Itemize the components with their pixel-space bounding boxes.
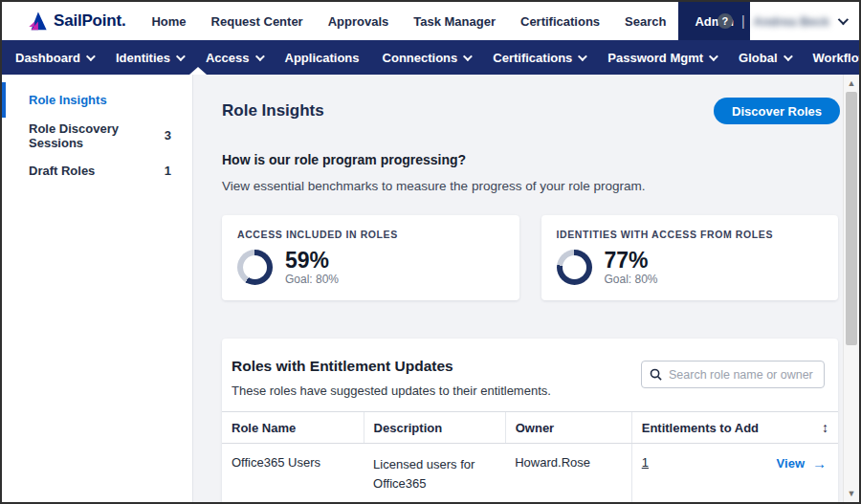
metric-label: ACCESS INCLUDED IN ROLES (237, 229, 504, 240)
adminnav-label: Access (206, 51, 250, 65)
topnav-approvals[interactable]: Approvals (316, 2, 402, 40)
column-description[interactable]: Description (364, 412, 505, 444)
cell-entitlements: 1 View → (631, 444, 838, 504)
roles-search-box[interactable] (641, 361, 825, 388)
sidebar-item-draft-roles[interactable]: Draft Roles 1 (2, 153, 192, 188)
cell-owner: Howard.Rose (505, 444, 631, 504)
sidebar-item-label: Role Insights (29, 93, 107, 107)
topnav-task-manager[interactable]: Task Manager (401, 2, 508, 40)
topbar-right-controls: ? | Andrea Beck (718, 2, 846, 40)
adminnav-password-mgmt[interactable]: Password Mgmt (596, 40, 727, 75)
topnav-home[interactable]: Home (139, 2, 198, 40)
metric-value: 59% (285, 249, 339, 272)
divider: | (741, 13, 745, 29)
roles-table-card: Roles with Entitlement Updates These rol… (222, 339, 838, 504)
adminnav-label: Dashboard (15, 51, 80, 65)
metric-row: 59% Goal: 80% (237, 249, 504, 286)
chevron-down-icon (709, 52, 718, 61)
section-description: View essential benchmarks to measure the… (222, 179, 840, 193)
adminnav-label: Global (739, 51, 777, 65)
cell-role-name: Office365 Users (222, 444, 364, 504)
sort-icon[interactable]: ↕ (822, 420, 830, 435)
metric-card-identities-with-access: IDENTITIES WITH ACCESS FROM ROLES 77% Go… (541, 215, 839, 300)
adminnav-label: Certifications (493, 51, 572, 65)
page-header: Role Insights Discover Roles (222, 98, 840, 124)
sailpoint-logo[interactable]: SailPoint. (2, 2, 139, 40)
user-name: Andrea Beck (754, 14, 829, 29)
adminnav-label: Connections (383, 51, 458, 65)
sidebar-item-label: Draft Roles (29, 164, 95, 178)
chevron-down-icon (578, 52, 587, 61)
adminnav-label: Workflows (813, 51, 861, 65)
sidebar-item-count: 3 (165, 128, 171, 142)
adminnav-applications[interactable]: Applications (274, 40, 371, 75)
view-label: View (777, 456, 805, 471)
chevron-down-icon (783, 52, 792, 61)
adminnav-identities[interactable]: Identities (104, 40, 194, 75)
metric-text: 59% Goal: 80% (285, 249, 339, 286)
adminnav-workflows[interactable]: Workflows (802, 40, 861, 75)
main-content: Role Insights Discover Roles How is our … (193, 75, 859, 504)
chevron-down-icon (176, 52, 186, 61)
brand-name: SailPoint. (54, 11, 125, 31)
sidebar: Role Insights Role Discovery Sessions 3 … (2, 75, 193, 504)
arrow-right-icon: → (812, 455, 827, 471)
column-entitlements-to-add[interactable]: Entitlements to Add ↕ (631, 412, 838, 444)
metric-value: 77% (605, 249, 658, 272)
scrollbar-thumb[interactable] (846, 92, 857, 345)
topnav-request-center[interactable]: Request Center (199, 2, 316, 40)
search-input[interactable] (669, 368, 816, 382)
active-tab-notch (189, 67, 207, 75)
topnav-certifications[interactable]: Certifications (508, 2, 612, 40)
topnav-search[interactable]: Search (612, 2, 678, 40)
chevron-down-icon (463, 52, 473, 61)
adminnav-label: Applications (285, 51, 360, 65)
search-icon (650, 368, 662, 381)
table-row[interactable]: Office365 Users Licensed users for Offic… (222, 444, 838, 504)
column-role-name[interactable]: Role Name (222, 412, 364, 444)
metric-row: 77% Goal: 80% (557, 249, 824, 286)
column-label: Entitlements to Add (642, 421, 759, 435)
page-body: Role Insights Role Discovery Sessions 3 … (2, 75, 859, 504)
sidebar-item-role-discovery-sessions[interactable]: Role Discovery Sessions 3 (2, 118, 192, 153)
metric-text: 77% Goal: 80% (605, 249, 658, 286)
top-bar: SailPoint. Home Request Center Approvals… (2, 2, 859, 40)
metric-label: IDENTITIES WITH ACCESS FROM ROLES (557, 229, 824, 240)
page-title: Role Insights (222, 101, 324, 121)
metric-cards: ACCESS INCLUDED IN ROLES 59% Goal: 80% I… (222, 215, 840, 300)
section-heading: How is our role program progressing? (222, 152, 840, 167)
adminnav-certifications[interactable]: Certifications (481, 40, 596, 75)
cell-description: Licensed users for Office365 (364, 444, 505, 504)
sidebar-item-label: Role Discovery Sessions (29, 121, 165, 150)
roles-table: Role Name Description Owner Entitlements… (222, 411, 838, 503)
vertical-scrollbar[interactable]: ▲ ▼ (843, 75, 859, 502)
donut-chart (237, 250, 273, 285)
admin-navigation: Dashboard Identities Access Applications… (2, 40, 859, 75)
adminnav-label: Identities (116, 51, 170, 65)
adminnav-label: Password Mgmt (607, 51, 703, 65)
chevron-down-icon (86, 52, 96, 61)
roles-table-header: Roles with Entitlement Updates These rol… (222, 339, 838, 411)
adminnav-global[interactable]: Global (727, 40, 801, 75)
top-navigation: Home Request Center Approvals Task Manag… (139, 2, 749, 40)
discover-roles-button[interactable]: Discover Roles (714, 98, 840, 124)
chevron-down-icon (254, 52, 264, 61)
chevron-down-icon[interactable] (838, 14, 849, 25)
app-window: SailPoint. Home Request Center Approvals… (0, 0, 861, 504)
adminnav-dashboard[interactable]: Dashboard (4, 40, 104, 75)
adminnav-connections[interactable]: Connections (371, 40, 482, 75)
sidebar-item-count: 1 (165, 164, 171, 178)
description-text: Licensed users for Office365 (373, 455, 497, 493)
help-icon[interactable]: ? (718, 13, 733, 29)
donut-chart (557, 250, 592, 285)
column-owner[interactable]: Owner (505, 412, 631, 444)
metric-goal: Goal: 80% (605, 273, 658, 286)
entitlements-count[interactable]: 1 (642, 455, 649, 470)
metric-goal: Goal: 80% (285, 273, 339, 286)
sailpoint-sail-icon (27, 11, 48, 32)
table-header-row: Role Name Description Owner Entitlements… (222, 412, 838, 444)
scroll-down-icon[interactable]: ▼ (844, 487, 859, 500)
sidebar-item-role-insights[interactable]: Role Insights (2, 82, 192, 118)
scroll-up-icon[interactable]: ▲ (844, 77, 859, 90)
view-link[interactable]: View → (777, 455, 830, 471)
